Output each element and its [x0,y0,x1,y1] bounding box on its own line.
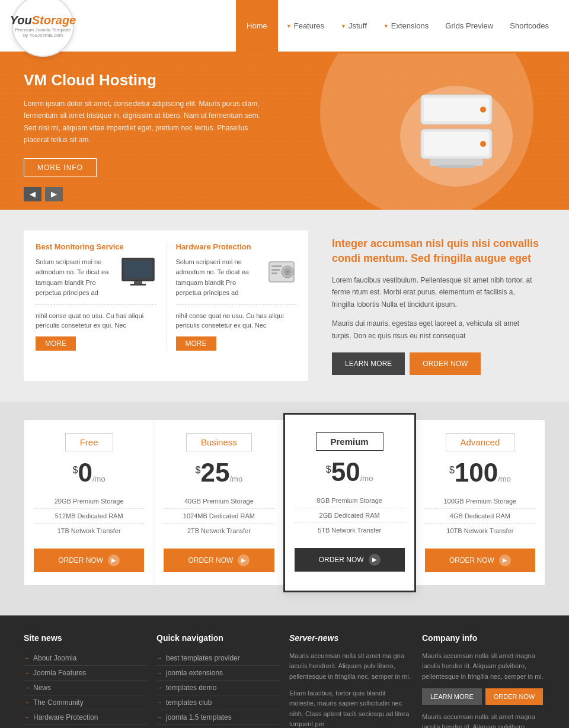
footer-server-news-text1: Mauris accumsan nulla sit amet ma gna ia… [289,651,413,682]
features-right-text2: Mauris dui mauris, egestas eget laoreet … [332,318,539,342]
pricing-grid: Free $0/mo 20GB Premium Storage 512MB De… [24,419,545,586]
arrow-icon: → [156,684,162,691]
price-feature-business-2: 1024MB Dedicated RAM [164,509,274,524]
feature-1-more-text: nihil conse quat no usu. Cu has aliqui p… [36,311,156,331]
footer-company-text2: Mauris accumsan nulla sit amet magna iac… [422,712,545,728]
footer-site-news-title: Site news [24,633,147,643]
order-arrow-premium: ▶ [369,554,381,566]
nav-item-home[interactable]: Home [236,0,278,53]
footer-company-learn-more-button[interactable]: LEARN MORE [422,688,482,705]
arrow-icon: → [24,684,30,691]
monitor-icon [120,257,156,288]
header: You Storage Premium Joomla Template by Y… [0,0,569,53]
order-arrow-business: ▶ [238,554,250,566]
nav-item-shortcodes[interactable]: Shortcodes [501,0,557,53]
footer-site-news-link-2[interactable]: →Joomla Features [24,666,147,681]
price-feature-premium-2: 2GB Dedicated RAM [295,508,405,523]
footer-quick-nav-link-5[interactable]: →joomla 1.5 templates [156,710,280,725]
footer-company-text1: Mauris accumsan nulla sit amet magna iac… [422,651,545,682]
footer-company-info: Company info Mauris accumsan nulla sit a… [422,633,545,728]
logo-area: You Storage Premium Joomla Template by Y… [12,0,89,57]
price-feature-advanced-3: 10TB Network Transfer [425,524,535,538]
arrow-icon: → [156,655,162,661]
svg-point-6 [480,141,486,147]
svg-rect-20 [271,272,277,274]
svg-rect-8 [439,165,474,168]
plan-name-advanced[interactable]: Advanced [446,433,515,451]
feature-2-more-button[interactable]: MORE [176,336,216,351]
feature-2-more-text: nihil conse quat no usu. Cu has aliqui p… [176,311,297,331]
feature-1-text: Solum scripseri mei ne admodum no. Te di… [36,257,115,299]
svg-rect-2 [424,98,489,121]
footer-quick-nav-link-4[interactable]: →templates club [156,695,280,710]
footer-company-order-now-button[interactable]: ORDER NOW [485,688,544,705]
logo-circle: You Storage Premium Joomla Template by Y… [12,0,74,57]
plan-name-free[interactable]: Free [65,433,113,451]
features-section: Best Monitoring Service Solum scripseri … [0,210,569,402]
feature-col-divider [166,242,167,351]
order-button-business[interactable]: ORDER NOW ▶ [164,549,274,572]
footer-quick-nav: Quick navigation →best templates provide… [156,633,280,728]
footer-server-news-text2: Etiam faucibus, tortor quis blandit mole… [289,688,413,728]
footer-site-news-link-5[interactable]: →Hardware Protection [24,710,147,725]
footer-quick-nav-link-1[interactable]: →best templates provider [156,651,280,666]
price-feature-business-3: 2TB Network Transfer [164,524,274,538]
feature-1-more-button[interactable]: MORE [36,336,76,351]
features-right-text1: Lorem faucibus vestibulum. Pellentesque … [332,274,539,310]
order-button-premium[interactable]: ORDER NOW ▶ [295,548,405,572]
plan-name-premium[interactable]: Premium [316,432,383,451]
footer-quick-nav-link-2[interactable]: →joomla extensions [156,666,280,681]
arrow-icon: → [156,669,162,676]
server-svg [397,59,516,190]
footer-site-news-link-1[interactable]: →About Joomla [24,651,147,666]
pricing-col-business: Business $25/mo 40GB Premium Storage 102… [154,420,284,585]
order-button-free[interactable]: ORDER NOW ▶ [34,549,144,572]
price-number-premium: 50 [331,457,360,486]
plan-name-business[interactable]: Business [186,433,252,451]
nav-item-extensions[interactable]: ▼Extensions [375,0,437,53]
price-feature-business-1: 40GB Premium Storage [164,494,274,509]
footer-site-news-link-4[interactable]: →The Community [24,695,147,710]
price-number-advanced: 100 [455,458,498,487]
features-learn-more-button[interactable]: LEARN MORE [332,352,405,375]
price-advanced: $100/mo [425,460,535,486]
price-number-business: 25 [201,458,230,487]
features-order-now-button[interactable]: ORDER NOW [410,352,481,375]
arrow-icon: → [156,714,162,720]
footer-site-news: Site news →About Joomla →Joomla Features… [24,633,147,728]
order-arrow-advanced: ▶ [499,554,511,566]
features-right-title: Integer accumsan nisl quis nisi convalli… [332,236,539,266]
more-info-button[interactable]: MORE INFO [24,158,97,177]
price-premium: $50/mo [295,459,405,485]
svg-rect-18 [271,265,282,267]
arrow-icon: → [24,699,30,705]
hdd-icon [267,257,296,287]
price-feature-free-3: 1TB Network Transfer [34,524,144,538]
svg-rect-12 [134,281,142,284]
footer-quick-nav-link-3[interactable]: →templates demo [156,681,280,695]
slider-next-button[interactable]: ▶ [45,187,63,201]
nav-item-jstuff[interactable]: ▼Jstuff [333,0,375,53]
feature-2-text: Solum scripseri mei ne admodum no. Te di… [176,257,263,299]
price-feature-free-2: 512MB Dedicated RAM [34,509,144,524]
price-feature-premium-3: 5TB Network Transfer [295,523,405,537]
arrow-icon: → [156,699,162,705]
hero-text: Lorem ipsum dolor sit amet, consectetur … [24,98,273,146]
footer-site-news-link-6[interactable]: →Vm Cloud Hosting [24,725,147,728]
pricing-col-free: Free $0/mo 20GB Premium Storage 512MB De… [24,420,154,585]
order-button-advanced[interactable]: ORDER NOW ▶ [425,549,535,572]
arrow-icon: → [24,714,30,720]
slider-prev-button[interactable]: ◀ [24,187,41,201]
pricing-col-premium: Premium $50/mo 8GB Premium Storage 2GB D… [283,413,416,592]
footer-grid: Site news →About Joomla →Joomla Features… [24,633,545,728]
svg-point-17 [286,271,289,273]
footer-quick-nav-link-6[interactable]: →joomla tutorials [156,725,280,728]
nav-item-features[interactable]: ▼Features [278,0,333,53]
svg-rect-5 [424,132,489,156]
main-nav: Home ▼Features ▼Jstuff ▼Extensions Grids… [236,0,557,53]
hero-section: VM Cloud Hosting Lorem ipsum dolor sit a… [0,53,569,210]
price-feature-premium-1: 8GB Premium Storage [295,493,405,508]
nav-item-grids[interactable]: Grids Preview [437,0,501,53]
price-free: $0/mo [34,460,144,486]
footer-site-news-link-3[interactable]: →News [24,681,147,695]
